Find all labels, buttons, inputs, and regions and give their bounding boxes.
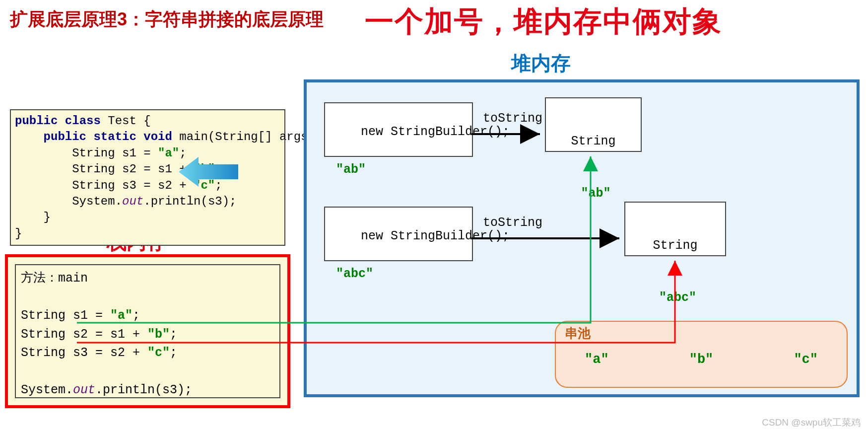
watermark: CSDN @swpu软工菜鸡 <box>762 416 861 429</box>
pointer-arrow-icon <box>179 157 238 187</box>
out-field: out <box>73 383 95 397</box>
stack-line: System. <box>21 383 73 397</box>
code-text: String s1 = <box>15 146 158 160</box>
sb-text: new StringBuilder(); <box>361 125 510 139</box>
out-field: out <box>122 195 143 208</box>
kw-public: public <box>15 114 58 128</box>
string-literal: "a" <box>110 308 133 323</box>
string-title: String <box>552 134 635 148</box>
stack-line: .println(s3); <box>95 383 192 397</box>
string-value: "abc" <box>631 290 719 305</box>
code-text: .println(s3); <box>143 195 236 208</box>
kw-void: void <box>143 130 172 144</box>
sb-value: "abc" <box>331 267 466 281</box>
headline: 一个加号，堆内存中俩对象 <box>365 2 722 41</box>
stack-line: 方法：main <box>21 271 88 286</box>
svg-marker-0 <box>179 157 238 187</box>
string-box-2: String "abc" <box>624 202 726 256</box>
stack-inner: 方法：main String s1 = "a"; String s2 = s1 … <box>15 264 280 398</box>
stringbuilder-box-2: new StringBuilder(); "abc" <box>324 207 473 261</box>
stack-line: String s1 = <box>21 308 110 323</box>
heap-label: 堆内存 <box>511 50 571 77</box>
pool-item-c: "c" <box>794 352 818 367</box>
code-text: } <box>15 211 51 224</box>
code-text: Test { <box>101 114 151 128</box>
string-box-1: String "ab" <box>545 97 642 152</box>
string-literal: "c" <box>147 346 170 360</box>
stack-line: ; <box>170 346 177 360</box>
kw-class: class <box>65 114 101 128</box>
string-pool-box: 串池 "a" "b" "c" <box>555 321 848 388</box>
tostring-label-1: toString <box>483 111 542 126</box>
stringbuilder-box-1: new StringBuilder(); "ab" <box>324 102 473 157</box>
pool-item-a: "a" <box>585 352 609 367</box>
code-text: String s2 = s1 + <box>15 162 194 176</box>
code-text: System. <box>15 195 122 208</box>
string-title: String <box>631 238 719 253</box>
tostring-label-2: toString <box>483 216 542 230</box>
string-value: "ab" <box>552 186 635 201</box>
code-text: String s3 = s2 + <box>15 179 194 192</box>
sb-text: new StringBuilder(); <box>361 229 510 243</box>
stack-line: ; <box>170 327 177 342</box>
stack-line: ; <box>133 308 140 323</box>
pool-label: 串池 <box>565 325 838 342</box>
sb-value: "ab" <box>331 162 466 177</box>
kw-static: static <box>93 130 136 144</box>
code-text: } <box>15 227 22 240</box>
subtitle: 扩展底层原理3：字符串拼接的底层原理 <box>10 7 324 32</box>
pool-item-b: "b" <box>689 352 714 367</box>
string-literal: "b" <box>147 327 170 342</box>
kw-public2: public <box>15 130 86 144</box>
string-literal: "a" <box>158 146 179 160</box>
stack-box: 方法：main String s1 = "a"; String s2 = s1 … <box>5 254 290 408</box>
code-box: public class Test { public static void m… <box>10 109 285 246</box>
heap-box: new StringBuilder(); "ab" toString Strin… <box>304 79 860 397</box>
stack-line: String s3 = s2 + <box>21 346 147 360</box>
stack-line: String s2 = s1 + <box>21 327 147 342</box>
